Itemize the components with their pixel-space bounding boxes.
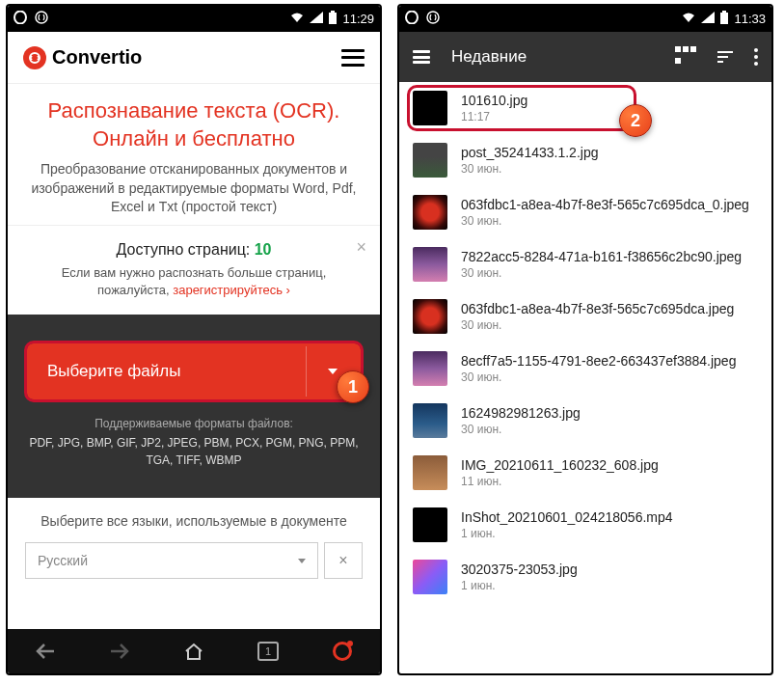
pages-available-box: × Доступно страниц: 10 Если вам нужно ра… (8, 225, 380, 315)
file-thumbnail (413, 560, 447, 594)
file-thumbnail (413, 91, 447, 125)
pages-subtext: Если вам нужно распознать больше страниц… (25, 264, 363, 299)
home-button[interactable] (175, 632, 213, 671)
convertio-logo[interactable]: Convertio (23, 46, 142, 69)
file-name: 063fdbc1-a8ea-4b7f-8e3f-565c7c695dca.jpe… (461, 301, 758, 316)
wifi-icon (681, 12, 696, 26)
file-name: 7822acc5-8284-471a-b161-f38656c2bc90.jpe… (461, 249, 758, 264)
file-date: 30 июн. (461, 162, 758, 176)
svg-rect-2 (329, 13, 337, 24)
file-thumbnail (413, 143, 447, 178)
file-date: 11:17 (461, 110, 758, 123)
chevron-down-icon (328, 369, 338, 374)
opera-status-icon (14, 11, 27, 27)
language-section: Выберите все языки, используемые в докум… (8, 498, 380, 594)
file-item[interactable]: post_35241433.1.2.jpg30 июн. (409, 134, 762, 186)
forward-button[interactable] (100, 632, 139, 671)
pages-count: 10 (255, 241, 272, 258)
language-value: Русский (38, 553, 88, 568)
svg-rect-3 (331, 11, 335, 13)
file-name: IMG_20210611_160232_608.jpg (461, 457, 758, 473)
battery-icon (719, 11, 729, 27)
file-thumbnail (413, 195, 447, 230)
brand-text: Convertio (52, 46, 142, 68)
left-phone: 11:29 Convertio Распознавание текста (OC… (6, 4, 382, 675)
select-files-button[interactable]: Выберите файлы (30, 346, 306, 397)
register-link[interactable]: зарегистрируйтесь › (173, 283, 290, 297)
file-name: 063fdbc1-a8ea-4b7f-8e3f-565c7c695dca_0.j… (461, 197, 758, 212)
browser-bottom-nav: 1 (8, 629, 380, 673)
hero-subtitle: Преобразование отсканированных документо… (25, 160, 363, 217)
file-item[interactable]: 101610.jpg11:17 (409, 82, 762, 134)
upload-area: Выберите файлы Поддерживаемые форматы фа… (8, 315, 380, 498)
file-item[interactable]: 7822acc5-8284-471a-b161-f38656c2bc90.jpe… (409, 238, 762, 290)
step-badge-1: 1 (337, 370, 369, 403)
opera-menu-button[interactable] (323, 632, 362, 671)
svg-rect-7 (722, 11, 726, 13)
shazam-status-icon (35, 11, 48, 27)
language-clear-button[interactable]: × (324, 542, 363, 579)
language-select[interactable]: Русский (25, 542, 318, 579)
grid-view-icon[interactable] (675, 46, 696, 68)
drawer-button[interactable] (413, 50, 430, 64)
close-icon[interactable]: × (356, 237, 366, 258)
signal-icon (310, 12, 323, 26)
svg-rect-6 (720, 13, 728, 24)
file-item[interactable]: 8ecff7a5-1155-4791-8ee2-663437ef3884.jpe… (409, 342, 762, 395)
file-item[interactable]: 3020375-23053.jpg1 июн. (409, 551, 762, 603)
file-thumbnail (413, 507, 447, 542)
tabs-button[interactable]: 1 (249, 632, 287, 671)
right-phone: 11:33 Недавние 101610.jpg11:17post_35241… (397, 4, 773, 675)
sort-icon[interactable] (717, 51, 733, 63)
app-topbar: Convertio (8, 32, 380, 84)
status-time: 11:29 (342, 12, 374, 26)
file-item[interactable]: 063fdbc1-a8ea-4b7f-8e3f-565c7c695dca.jpe… (409, 290, 762, 342)
file-date: 1 июн. (461, 579, 758, 592)
svg-point-1 (36, 12, 47, 23)
chevron-down-icon (298, 559, 306, 563)
file-name: InShot_20210601_024218056.mp4 (461, 509, 758, 525)
file-item[interactable]: 1624982981263.jpg30 июн. (409, 395, 762, 447)
wifi-icon (289, 12, 305, 26)
hero-section: Распознавание текста (OCR). Онлайн и бес… (8, 84, 380, 225)
file-date: 1 июн. (461, 527, 758, 540)
shazam-status-icon (426, 11, 440, 27)
file-date: 30 июн. (461, 423, 758, 436)
file-name: 8ecff7a5-1155-4791-8ee2-663437ef3884.jpe… (461, 353, 758, 369)
file-item[interactable]: InShot_20210601_024218056.mp41 июн. (409, 499, 762, 551)
file-item[interactable]: 063fdbc1-a8ea-4b7f-8e3f-565c7c695dca_0.j… (409, 186, 762, 238)
file-date: 11 июн. (461, 475, 758, 488)
svg-point-5 (427, 12, 439, 23)
filepicker-header: Недавние (399, 32, 771, 82)
formats-label: Поддерживаемые форматы файлов: (27, 417, 361, 430)
back-button[interactable] (26, 632, 65, 671)
pages-title: Доступно страниц: 10 (25, 241, 363, 259)
svg-point-4 (406, 12, 418, 24)
more-options-icon[interactable] (754, 48, 758, 66)
filepicker-title: Недавние (451, 47, 654, 67)
file-date: 30 июн. (461, 214, 758, 228)
status-bar: 11:29 (8, 6, 380, 32)
file-item[interactable]: IMG_20210611_160232_608.jpg11 июн. (409, 447, 762, 499)
file-name: 3020375-23053.jpg (461, 562, 758, 577)
file-thumbnail (413, 403, 447, 438)
file-thumbnail (413, 351, 447, 386)
logo-mark-icon (23, 46, 46, 69)
svg-point-0 (14, 12, 26, 24)
file-thumbnail (413, 455, 447, 490)
select-files-group: Выберите файлы (27, 343, 361, 399)
signal-icon (701, 12, 715, 26)
opera-status-icon (405, 11, 419, 27)
hero-title: Распознавание текста (OCR). Онлайн и бес… (25, 97, 363, 152)
file-name: 101610.jpg (461, 93, 758, 108)
file-list: 101610.jpg11:17post_35241433.1.2.jpg30 и… (399, 82, 771, 603)
menu-button[interactable] (341, 49, 365, 67)
formats-list: PDF, JPG, BMP, GIF, JP2, JPEG, PBM, PCX,… (27, 434, 361, 469)
file-name: 1624982981263.jpg (461, 405, 758, 421)
status-bar: 11:33 (399, 6, 771, 32)
file-date: 30 июн. (461, 370, 758, 384)
file-date: 30 июн. (461, 266, 758, 280)
step-badge-2: 2 (619, 104, 652, 137)
file-date: 30 июн. (461, 318, 758, 332)
opera-icon (333, 642, 352, 661)
